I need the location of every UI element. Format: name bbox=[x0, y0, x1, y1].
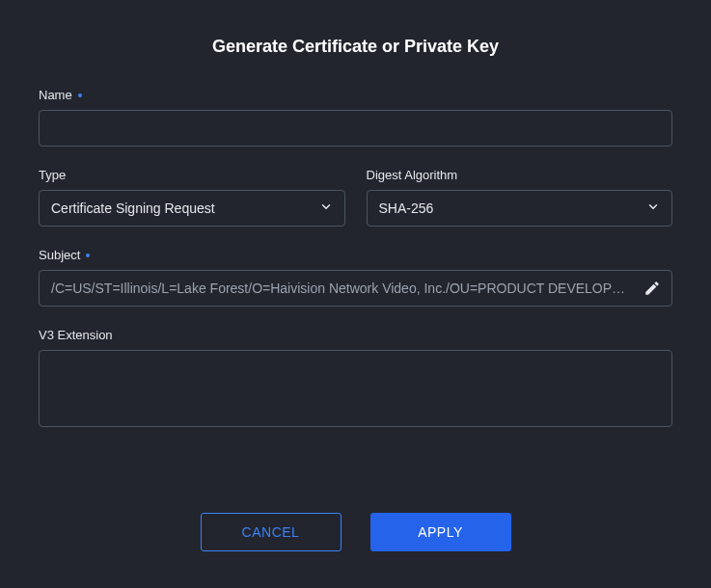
chevron-down-icon bbox=[319, 200, 333, 217]
name-input[interactable] bbox=[39, 110, 672, 147]
type-label: Type bbox=[39, 168, 345, 182]
name-label: Name bbox=[39, 88, 672, 102]
subject-field: Subject /C=US/ST=Illinois/L=Lake Forest/… bbox=[39, 248, 672, 307]
v3ext-field: V3 Extension bbox=[39, 328, 672, 431]
subject-value: /C=US/ST=Illinois/L=Lake Forest/O=Haivis… bbox=[51, 281, 633, 296]
chevron-down-icon bbox=[646, 200, 660, 217]
type-field: Type Certificate Signing Request bbox=[39, 168, 345, 227]
v3ext-label: V3 Extension bbox=[39, 328, 672, 342]
subject-input[interactable]: /C=US/ST=Illinois/L=Lake Forest/O=Haivis… bbox=[39, 270, 672, 307]
button-bar: CANCEL APPLY bbox=[0, 513, 711, 551]
required-indicator-icon bbox=[78, 94, 82, 97]
edit-subject-button[interactable] bbox=[641, 277, 664, 300]
dialog-title: Generate Certificate or Private Key bbox=[39, 37, 672, 57]
type-label-text: Type bbox=[39, 168, 66, 182]
digest-value: SHA-256 bbox=[379, 200, 434, 216]
name-field: Name bbox=[39, 88, 672, 147]
digest-label: Digest Algorithm bbox=[367, 168, 673, 182]
type-select[interactable]: Certificate Signing Request bbox=[39, 190, 345, 227]
digest-label-text: Digest Algorithm bbox=[367, 168, 458, 182]
required-indicator-icon bbox=[86, 254, 90, 257]
pencil-icon bbox=[643, 280, 661, 297]
digest-field: Digest Algorithm SHA-256 bbox=[367, 168, 673, 227]
subject-label-text: Subject bbox=[39, 248, 80, 262]
subject-label: Subject bbox=[39, 248, 672, 262]
type-value: Certificate Signing Request bbox=[51, 200, 215, 216]
v3ext-label-text: V3 Extension bbox=[39, 328, 113, 342]
cancel-button[interactable]: CANCEL bbox=[201, 513, 342, 551]
digest-select[interactable]: SHA-256 bbox=[367, 190, 673, 227]
v3ext-input[interactable] bbox=[39, 350, 672, 427]
name-label-text: Name bbox=[39, 88, 72, 102]
apply-button[interactable]: APPLY bbox=[370, 513, 511, 551]
